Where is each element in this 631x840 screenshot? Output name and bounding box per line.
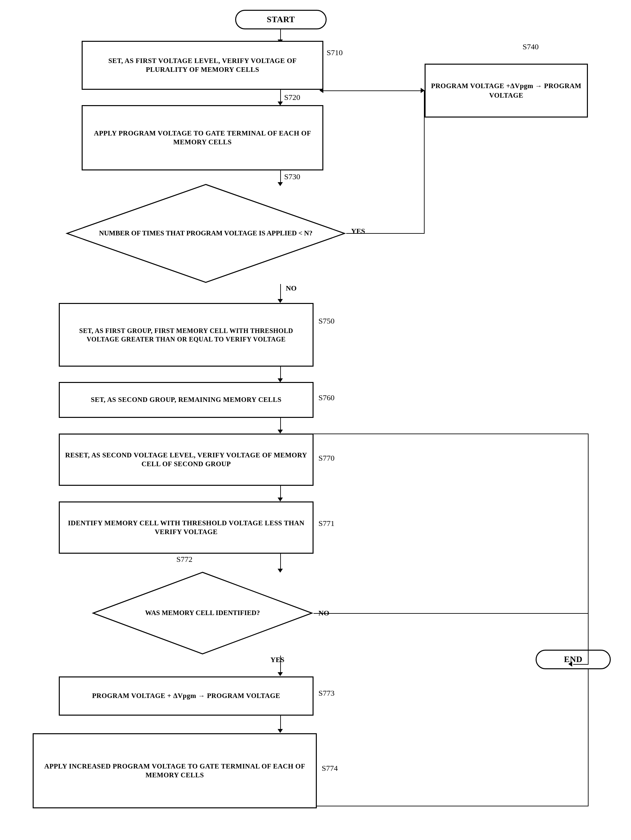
s770-label: S770 [318, 454, 334, 463]
s771-text: IDENTIFY MEMORY CELL WITH THRESHOLD VOLT… [65, 519, 307, 537]
arrow-s710-s720 [280, 90, 281, 103]
arrow-s771-s772 [280, 554, 281, 570]
s710-label: S710 [327, 48, 343, 57]
s730-label-pos: S730 [284, 172, 300, 181]
s750-label: S750 [318, 317, 334, 325]
flowchart: START SET, AS FIRST VOLTAGE LEVEL, VERIF… [0, 0, 631, 840]
s710-box: SET, AS FIRST VOLTAGE LEVEL, VERIFY VOLT… [82, 41, 323, 90]
s720-label-pos: S720 [284, 93, 300, 102]
arrow-start-s710 [280, 29, 281, 41]
arrow-s772-s773 [280, 655, 281, 674]
s774-box: APPLY INCREASED PROGRAM VOLTAGE TO GATE … [33, 733, 317, 808]
arrow-tip-9 [278, 672, 283, 676]
arrow-s770-s771 [280, 486, 281, 499]
s750-box: SET, AS FIRST GROUP, FIRST MEMORY CELL W… [59, 303, 313, 366]
yes-label-s772: YES [270, 655, 285, 664]
arrow-tip-6 [278, 429, 283, 434]
right-top-h [313, 434, 588, 434]
arrow-tip-s720 [319, 88, 323, 93]
line-no-right [313, 613, 588, 614]
s770-text: RESET, AS SECOND VOLTAGE LEVEL, VERIFY V… [65, 451, 307, 469]
s773-label: S773 [318, 689, 334, 698]
s774-label: S774 [322, 764, 338, 773]
arrow-s730-s750 [280, 284, 281, 300]
s720-text: APPLY PROGRAM VOLTAGE TO GATE TERMINAL O… [88, 129, 317, 147]
s720-box: APPLY PROGRAM VOLTAGE TO GATE TERMINAL O… [82, 105, 323, 171]
s772-label-pos: S772 [176, 555, 192, 564]
s740-label: S740 [523, 43, 539, 51]
start-label: START [267, 15, 295, 24]
s760-text: SET, AS SECOND GROUP, REMAINING MEMORY C… [91, 395, 281, 404]
no-label-s730: NO [286, 284, 297, 292]
s770-box: RESET, AS SECOND VOLTAGE LEVEL, VERIFY V… [59, 434, 313, 486]
arrow-s773-s774 [280, 715, 281, 730]
s760-box: SET, AS SECOND GROUP, REMAINING MEMORY C… [59, 382, 313, 418]
arrow-tip-7 [278, 497, 283, 501]
end-label: END [564, 655, 582, 664]
line-end-h [573, 664, 588, 665]
s771-box: IDENTIFY MEMORY CELL WITH THRESHOLD VOLT… [59, 501, 313, 554]
line-s774-loop-h [317, 806, 588, 806]
s772-diamond: WAS MEMORY CELL IDENTIFIED? [92, 571, 313, 655]
s774-text: APPLY INCREASED PROGRAM VOLTAGE TO GATE … [39, 762, 311, 780]
s760-label: S760 [318, 393, 334, 402]
end-node: END [536, 650, 611, 669]
s710-text: SET, AS FIRST VOLTAGE LEVEL, VERIFY VOLT… [88, 57, 317, 74]
arrow-s760-s770 [280, 418, 281, 431]
s773-text: PROGRAM VOLTAGE + ΔVpgm → PROGRAM VOLTAG… [92, 692, 280, 700]
s773-box: PROGRAM VOLTAGE + ΔVpgm → PROGRAM VOLTAG… [59, 676, 313, 715]
arrow-s750-s760 [280, 366, 281, 380]
line-to-end [588, 613, 588, 665]
s740-text: PROGRAM VOLTAGE +ΔVpgm → PROGRAM VOLTAGE [431, 81, 582, 100]
s730-text: NUMBER OF TIMES THAT PROGRAM VOLTAGE IS … [99, 229, 313, 238]
line-yes-up [424, 91, 425, 234]
s750-text: SET, AS FIRST GROUP, FIRST MEMORY CELL W… [65, 327, 307, 343]
s740-box: PROGRAM VOLTAGE +ΔVpgm → PROGRAM VOLTAGE [425, 64, 588, 117]
arrow-tip-4 [278, 299, 283, 303]
s730-diamond: NUMBER OF TIMES THAT PROGRAM VOLTAGE IS … [65, 183, 346, 284]
start-node: START [235, 10, 327, 29]
line-yes-right [346, 233, 425, 234]
line-s740-to-s720 [323, 90, 425, 91]
arrow-tip-10 [278, 729, 283, 733]
s772-text: WAS MEMORY CELL IDENTIFIED? [145, 608, 259, 617]
arrow-tip-end [568, 662, 572, 667]
s771-label: S771 [318, 519, 334, 528]
arrow-s720-s730 [280, 171, 281, 183]
yes-label-s730: YES [351, 227, 365, 235]
